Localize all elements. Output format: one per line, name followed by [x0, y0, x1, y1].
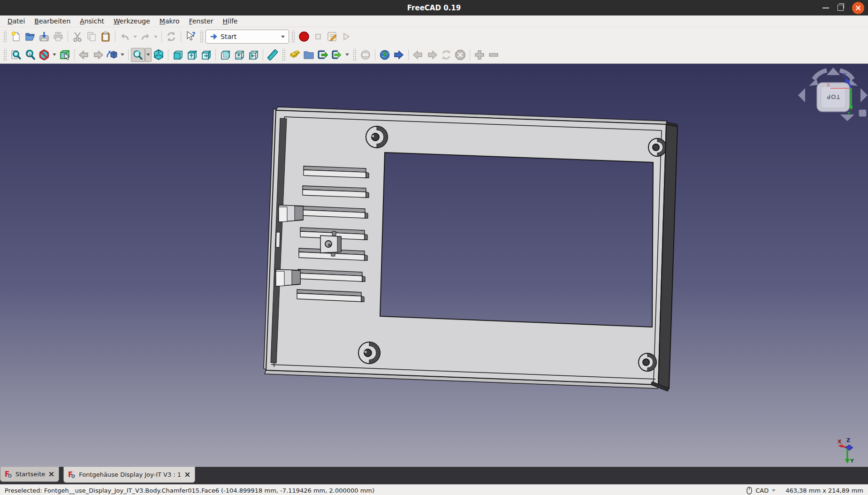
freecad-window: FreeCAD 0.19 Datei Bearbeiten Ansicht We… [0, 0, 868, 495]
whats-this-icon[interactable]: ? [183, 30, 198, 44]
browser-back-icon[interactable] [411, 48, 425, 62]
mouse-icon [746, 487, 752, 495]
open-file-icon[interactable] [23, 30, 37, 44]
stop-macro-icon[interactable] [311, 30, 325, 44]
export-dropdown-icon[interactable] [344, 48, 350, 62]
record-macro-icon[interactable] [297, 30, 311, 44]
right-view-icon[interactable] [199, 48, 213, 62]
freecad-file-icon: F [5, 471, 12, 478]
redo-icon[interactable] [138, 30, 152, 44]
workbench-selector[interactable]: Start [206, 30, 289, 44]
export-alt-icon[interactable] [330, 48, 344, 62]
zoom-rotate-dropdown-icon[interactable] [145, 48, 152, 62]
nav-forward-icon[interactable] [91, 48, 105, 62]
paste-icon[interactable] [99, 30, 113, 44]
navcube-x-label: X [827, 83, 830, 88]
navigation-cube[interactable]: TOP X Z Y [798, 68, 868, 121]
tab-fontgehaeuse[interactable]: F Fontgehäuse Display Joy-IT V3 : 1 [63, 467, 195, 483]
measure-distance-icon[interactable] [266, 48, 280, 62]
titlebar[interactable]: FreeCAD 0.19 [0, 0, 868, 15]
browser-forward-icon[interactable] [425, 48, 439, 62]
bottom-view-icon[interactable] [232, 48, 246, 62]
document-tabbar: F Startseite F Fontgehäuse Display Joy-I… [0, 467, 868, 484]
fit-selection-icon[interactable] [23, 48, 37, 62]
toolbar-drag-handle[interactable] [282, 49, 286, 61]
3d-viewport[interactable]: TOP X Z Y X Z Y [0, 64, 868, 467]
axonometric-view-icon[interactable] [152, 48, 166, 62]
workbench-arrow-icon [210, 33, 217, 40]
mouse-mode-caret-icon[interactable] [772, 489, 776, 494]
menu-hilfe[interactable]: Hilfe [218, 16, 243, 26]
toolbar-drag-handle[interactable] [291, 30, 295, 43]
menu-werkzeuge[interactable]: Werkzeuge [109, 16, 155, 26]
fit-all-icon[interactable] [9, 48, 23, 62]
tab-startseite[interactable]: F Startseite [0, 467, 59, 482]
toolbar-drag-handle[interactable] [3, 30, 7, 43]
box-element-selection-icon[interactable] [58, 48, 72, 62]
web-page-disabled-icon[interactable] [358, 48, 373, 62]
rear-view-icon[interactable] [218, 48, 232, 62]
redo-dropdown-icon[interactable] [152, 30, 159, 44]
toolbar-drag-handle[interactable] [3, 49, 7, 61]
navcube-z-label: Z [843, 73, 846, 78]
undo-icon[interactable] [118, 30, 132, 44]
documents-folder-icon[interactable] [302, 48, 316, 62]
workbench-caret-icon [281, 36, 285, 40]
zoom-rotate-icon[interactable] [131, 48, 145, 62]
export-icon[interactable] [316, 48, 330, 62]
print-icon[interactable] [51, 30, 65, 44]
axis-z-label: Z [846, 437, 850, 443]
wall-slot [276, 232, 280, 247]
axis-x-label: X [838, 439, 842, 445]
home-view-dropdown-icon[interactable] [119, 48, 126, 62]
undo-dropdown-icon[interactable] [132, 30, 138, 44]
freecad-file-icon: F [68, 471, 76, 479]
start-workbench-icon[interactable] [288, 48, 302, 62]
left-view-icon[interactable] [246, 48, 260, 62]
navcube-y-label: Y [847, 111, 851, 117]
svg-text:?: ? [192, 30, 196, 38]
zoom-in-icon[interactable] [472, 48, 487, 62]
copy-icon[interactable] [84, 30, 99, 44]
tab-close-icon[interactable] [48, 471, 54, 477]
front-view-icon[interactable] [171, 48, 185, 62]
zoom-out-icon[interactable] [487, 48, 501, 62]
mouse-mode-value[interactable]: CAD [755, 487, 769, 494]
next-page-icon[interactable] [392, 48, 406, 62]
browser-refresh-icon[interactable] [439, 48, 453, 62]
menu-makro[interactable]: Makro [155, 16, 184, 26]
cut-icon[interactable] [70, 30, 84, 44]
play-macro-icon[interactable] [339, 30, 353, 44]
open-website-icon[interactable] [378, 48, 392, 62]
tab-close-icon[interactable] [184, 472, 190, 478]
nav-back-icon[interactable] [77, 48, 91, 62]
home-view-icon[interactable] [105, 48, 119, 62]
browser-stop-icon[interactable] [453, 48, 467, 62]
toolbar-drag-handle[interactable] [352, 49, 357, 61]
restore-icon[interactable] [838, 5, 844, 11]
statusbar: Preselected: Fontgeh__use_Display_Joy_IT… [0, 484, 868, 495]
top-view-icon[interactable] [185, 48, 199, 62]
preselected-status-text: Preselected: Fontgeh__use_Display_Joy_IT… [5, 487, 374, 494]
axis-y-label: Y [850, 458, 854, 464]
tab-label: Fontgehäuse Display Joy-IT V3 : 1 [79, 471, 181, 478]
tab-label: Startseite [15, 471, 45, 478]
draw-style-icon[interactable] [37, 48, 51, 62]
menu-fenster[interactable]: Fenster [184, 16, 218, 26]
toolbar-drag-handle[interactable] [199, 30, 204, 43]
refresh-icon[interactable] [164, 30, 178, 44]
close-icon[interactable] [852, 2, 864, 14]
draw-style-dropdown-icon[interactable] [51, 48, 58, 62]
toolbar-standard: ? Start [0, 27, 868, 46]
menu-datei[interactable]: Datei [3, 16, 30, 26]
navcube-face-label: TOP [826, 93, 840, 100]
menu-bearbeiten[interactable]: Bearbeiten [30, 16, 75, 26]
edit-macro-icon[interactable] [325, 30, 339, 44]
window-title: FreeCAD 0.19 [0, 4, 868, 12]
model-part[interactable] [264, 107, 678, 391]
new-file-icon[interactable] [9, 30, 23, 44]
minimize-icon[interactable] [822, 8, 829, 8]
save-icon[interactable] [37, 30, 51, 44]
axis-indicator-icon: X Z Y [838, 437, 854, 464]
menu-ansicht[interactable]: Ansicht [75, 16, 109, 26]
